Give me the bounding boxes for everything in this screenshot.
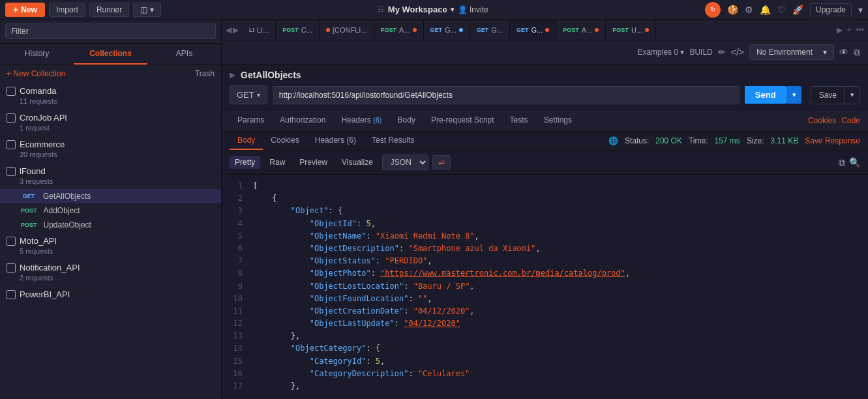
new-collection-button[interactable]: + New Collection xyxy=(7,69,65,78)
tab-headers[interactable]: Headers (6) xyxy=(333,110,389,131)
search-input[interactable] xyxy=(5,23,216,39)
response-tab-body[interactable]: Body xyxy=(230,132,263,150)
layout-button[interactable]: ◫ ▾ xyxy=(133,3,160,17)
tab-settings[interactable]: Settings xyxy=(536,110,580,131)
cookie-icon[interactable]: 🍪 xyxy=(727,5,738,15)
tab-collections[interactable]: Collections xyxy=(74,44,147,65)
tab-confli[interactable]: [CONFLI... xyxy=(320,20,374,40)
back-icon[interactable]: ◀ xyxy=(226,25,232,35)
view-raw-button[interactable]: Raw xyxy=(264,156,290,169)
add-tab-icon[interactable]: ＋ xyxy=(845,24,853,35)
request-item-getallobjects[interactable]: GET GetAllObjects xyxy=(0,189,221,203)
code-line: 4 "ObjectId": 5, xyxy=(230,218,860,230)
import-button[interactable]: Import xyxy=(49,3,85,17)
method-select[interactable]: GET xyxy=(230,85,267,104)
tab-post-u[interactable]: POSTU... xyxy=(606,20,656,40)
send-dropdown-button[interactable]: ▾ xyxy=(786,86,801,104)
wrap-icon[interactable]: ⇌ xyxy=(432,155,451,170)
trash-button[interactable]: Trash xyxy=(195,69,215,78)
tab-prerequest[interactable]: Pre-request Script xyxy=(423,110,502,131)
tab-method-post: POST xyxy=(563,27,579,33)
code-line: 7 "ObjectStatus": "PERDIDO", xyxy=(230,255,860,267)
upgrade-button[interactable]: Upgrade xyxy=(810,3,852,16)
tab-method-li: LI xyxy=(249,27,254,33)
request-item-updateobject[interactable]: POST UpdateObject xyxy=(0,218,221,232)
list-item[interactable]: CronJob API 1 request xyxy=(0,109,221,136)
list-item[interactable]: Ecommerce 20 requests xyxy=(0,136,221,162)
code-line: 8 "ObjectPhoto": "https://www.mastertron… xyxy=(230,267,860,280)
tab-get-g1[interactable]: GETG... xyxy=(424,20,470,40)
new-button[interactable]: New xyxy=(5,3,45,17)
copy-env-icon[interactable]: ⧉ xyxy=(854,47,860,58)
save-dropdown-button[interactable]: ▾ xyxy=(845,86,860,104)
tab-body[interactable]: Body xyxy=(390,110,423,131)
tab-history[interactable]: History xyxy=(0,44,74,65)
heart-icon[interactable]: ♡ xyxy=(777,5,786,15)
edit-icon[interactable]: ✏ xyxy=(718,47,726,57)
tab-method-get: GET xyxy=(516,27,529,33)
code-link[interactable]: Code xyxy=(841,116,860,125)
workspace-button[interactable]: My Workspace xyxy=(388,5,454,14)
request-area: ▶ GetAllObjects GET Send ▾ Save ▾ xyxy=(222,65,868,110)
settings-icon[interactable]: ⚙ xyxy=(745,5,753,15)
list-item[interactable]: lFound 3 requests xyxy=(0,162,221,189)
view-preview-button[interactable]: Preview xyxy=(294,156,333,169)
tab-tests[interactable]: Tests xyxy=(502,110,536,131)
expand-icon[interactable]: ▶ xyxy=(230,70,235,80)
view-visualize-button[interactable]: Visualize xyxy=(337,156,378,169)
url-input[interactable] xyxy=(273,86,740,104)
eye-icon[interactable]: 👁 xyxy=(839,47,848,57)
copy-icon[interactable]: ⧉ xyxy=(839,157,845,168)
response-tab-tests[interactable]: Test Results xyxy=(364,132,422,150)
code-icon[interactable]: </> xyxy=(731,47,744,57)
tab-get-g3[interactable]: GETG... xyxy=(510,20,556,40)
search-icon[interactable]: 🔍 xyxy=(849,157,860,168)
code-line: 17 }, xyxy=(230,380,860,392)
method-badge-post: POST xyxy=(18,207,40,214)
bell-icon[interactable]: 🔔 xyxy=(760,5,771,15)
more-icon[interactable]: ••• xyxy=(856,25,864,35)
view-pretty-button[interactable]: Pretty xyxy=(230,156,260,169)
tab-authorization[interactable]: Authorization xyxy=(272,110,333,131)
spaceship-icon[interactable]: 🚀 xyxy=(792,5,803,15)
save-button[interactable]: Save xyxy=(811,86,845,104)
invite-button[interactable]: 👤 Invite xyxy=(458,5,488,14)
list-item[interactable]: Moto_API 5 requests xyxy=(0,232,221,259)
format-select[interactable]: JSON xyxy=(382,155,428,170)
unsaved-dot xyxy=(595,28,599,32)
code-line: 3 "Object": { xyxy=(230,205,860,217)
nav-tabs: Params Authorization Headers (6) Body Pr… xyxy=(222,110,868,132)
status-label: Status: xyxy=(625,136,649,145)
size-label: Size: xyxy=(747,136,764,145)
env-selector[interactable]: No Environment xyxy=(749,44,834,60)
tab-post-a2[interactable]: POSTA... xyxy=(556,20,606,40)
request-item-addobject[interactable]: POST AddObject xyxy=(0,203,221,218)
forward-icon[interactable]: ▶ xyxy=(233,25,239,35)
examples-button[interactable]: Examples 0 ▾ xyxy=(637,48,684,57)
response-tab-headers[interactable]: Headers (6) xyxy=(307,132,364,150)
tab-apis[interactable]: APIs xyxy=(147,44,221,65)
save-response-button[interactable]: Save Response xyxy=(805,136,860,145)
response-tab-cookies[interactable]: Cookies xyxy=(263,132,307,150)
tab-post-c[interactable]: POSTC... xyxy=(276,20,320,40)
tab-get-g2[interactable]: GETG... xyxy=(470,20,510,40)
list-item[interactable]: Comanda 11 requests xyxy=(0,82,221,109)
collection-meta: 11 requests xyxy=(7,97,215,105)
chevron-down-icon[interactable]: ▾ xyxy=(858,5,863,15)
tab-post-a1[interactable]: POSTA... xyxy=(374,20,424,40)
collection-folder-icon xyxy=(7,140,16,149)
tab-params[interactable]: Params xyxy=(230,110,272,131)
grid-icon: ☷ xyxy=(378,5,384,14)
response-status: 🌐 Status: 200 OK Time: 157 ms Size: 3.11… xyxy=(608,136,860,145)
chevron-right-icon[interactable]: ▶ xyxy=(837,25,843,35)
runner-button[interactable]: Runner xyxy=(89,3,129,17)
tab-li[interactable]: LILI... xyxy=(243,20,276,40)
list-item[interactable]: Notification_API 2 requests xyxy=(0,259,221,286)
sync-icon[interactable]: ↻ xyxy=(705,2,721,18)
cookies-link[interactable]: Cookies xyxy=(808,116,836,125)
list-item[interactable]: PowerBI_API xyxy=(0,286,221,303)
tab-method-post: POST xyxy=(612,27,629,33)
code-line: 13 }, xyxy=(230,330,860,342)
build-button[interactable]: BUILD xyxy=(689,48,712,57)
send-button[interactable]: Send xyxy=(745,86,786,104)
